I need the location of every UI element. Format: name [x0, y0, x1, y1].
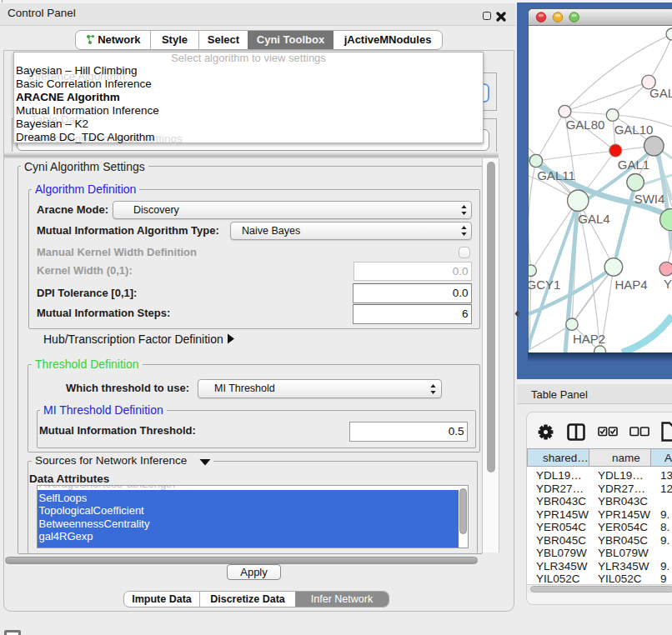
svg-text:GAL4: GAL4: [578, 212, 609, 226]
svg-text:Y: Y: [664, 277, 672, 291]
svg-text:GAL1: GAL1: [618, 158, 649, 172]
svg-text:GAL80: GAL80: [566, 118, 605, 132]
svg-text:GAL10: GAL10: [614, 122, 654, 137]
svg-text:GAL11: GAL11: [537, 168, 575, 182]
svg-text:GAL2: GAL2: [649, 86, 672, 100]
svg-text:HAP2: HAP2: [573, 332, 605, 346]
svg-text:GCY1: GCY1: [529, 278, 560, 292]
svg-text:HAP4: HAP4: [614, 278, 647, 292]
svg-text:SWI4: SWI4: [634, 192, 665, 206]
